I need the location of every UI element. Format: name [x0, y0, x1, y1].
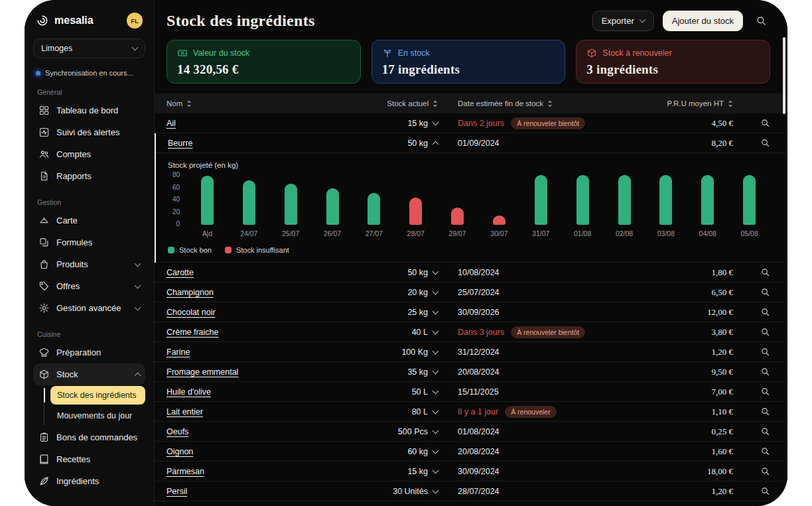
search-icon[interactable]: [752, 11, 770, 30]
sidebar-item-ingredients[interactable]: Ingrédients: [33, 470, 145, 492]
column-header-stock-actuel[interactable]: Stock actuel: [338, 99, 438, 107]
add-stock-button[interactable]: Ajouter du stock: [663, 11, 743, 31]
table-row-ail[interactable]: Ail 15 kg Dans 2 joursÀ renouveler bient…: [155, 113, 787, 133]
row-search-icon[interactable]: [733, 426, 770, 436]
row-search-icon[interactable]: [733, 118, 770, 128]
column-header-nom[interactable]: Nom: [167, 99, 338, 107]
stock-cell[interactable]: 30 Unités: [338, 487, 438, 496]
table-row-beurre[interactable]: Beurre 50 kg 01/09/2024 8,20 €: [156, 133, 787, 153]
table-row-farine[interactable]: Farine 100 Kg 31/12/2024 1,20 €: [155, 342, 787, 362]
stock-cell[interactable]: 15 kg: [338, 119, 438, 128]
ingredient-name-link[interactable]: Champignon: [167, 288, 214, 297]
table-row-parmesan[interactable]: Parmesan 15 kg 30/09/2024 18,00 €: [155, 462, 787, 481]
renew-badge: À renouveler bientôt: [511, 326, 585, 338]
ingredient-name-link[interactable]: Chocolat noir: [167, 308, 216, 317]
user-avatar[interactable]: FL: [127, 13, 143, 29]
ingredient-name-link[interactable]: Beurre: [168, 139, 193, 148]
column-header-pru[interactable]: P.R.U moyen HT: [647, 99, 733, 107]
row-search-icon[interactable]: [733, 307, 770, 317]
stock-cell[interactable]: 15 kg: [338, 467, 438, 476]
row-search-icon[interactable]: [733, 407, 770, 416]
scrollbar-thumb[interactable]: [783, 37, 785, 114]
ingredient-name-link[interactable]: Crème fraiche: [167, 328, 219, 337]
sidebar-item-recettes[interactable]: Recettes: [33, 448, 145, 470]
table-row-chocolat-noir[interactable]: Chocolat noir 25 kg 30/09/2026 12,00 €: [155, 302, 787, 322]
row-search-icon[interactable]: [733, 327, 770, 337]
stock-cell[interactable]: 20 kg: [338, 288, 438, 297]
sidebar-item-tableau-de-bord[interactable]: Tableau de bord: [33, 99, 145, 121]
chart-y-axis: 020406080: [168, 174, 186, 225]
table-row-carotte[interactable]: Carotte 50 kg 10/08/2024 1,80 €: [155, 263, 787, 283]
column-header-date-fin-stock[interactable]: Date estimée fin de stock: [438, 99, 647, 107]
stock-cell[interactable]: 60 kg: [338, 447, 438, 456]
stat-card-to-renew: Stock à renouveler 3 ingrédients: [576, 40, 770, 84]
x-tick-label: 27/07: [353, 229, 395, 237]
location-selector[interactable]: Limoges: [33, 38, 145, 58]
stock-cell[interactable]: 25 kg: [338, 308, 438, 317]
submenu-item-stock-des-ingredients[interactable]: Stock des ingrédients: [50, 386, 145, 405]
ingredient-name-link[interactable]: Lait entier: [167, 407, 203, 416]
sidebar-item-bons-de-commandes[interactable]: Bons de commandes: [33, 426, 145, 448]
row-search-icon[interactable]: [733, 347, 770, 357]
bar-05/08: [743, 175, 756, 225]
table-row-oignon[interactable]: Oignon 60 kg 20/08/2024 1,60 €: [155, 442, 787, 462]
row-search-icon[interactable]: [733, 486, 770, 496]
ingredient-name-link[interactable]: Huile d'olive: [167, 387, 211, 397]
sidebar-item-gestion-avancee[interactable]: Gestion avancée: [33, 297, 145, 319]
sidebar-item-produits[interactable]: Produits: [33, 253, 145, 275]
sidebar-item-preparation[interactable]: Préparation: [33, 342, 145, 363]
stock-cell[interactable]: 50 L: [338, 387, 438, 397]
ingredient-name-link[interactable]: Farine: [167, 348, 190, 357]
sidebar-item-formules[interactable]: Formules: [33, 231, 145, 253]
table-row-persil[interactable]: Persil 30 Unités 28/07/2024 1,20 €: [155, 481, 787, 501]
date-text: 10/08/2024: [458, 268, 500, 277]
ingredient-name-link[interactable]: Persil: [167, 487, 187, 496]
stock-cell[interactable]: 50 kg: [338, 268, 438, 277]
stock-cell[interactable]: 100 Kg: [338, 348, 438, 357]
ingredient-name-link[interactable]: Fromage emmental: [167, 367, 238, 377]
submenu-item-mouvements-du-jour[interactable]: Mouvements du jour: [50, 407, 145, 425]
stock-cell[interactable]: 80 L: [338, 407, 438, 416]
stock-value: 80 L: [412, 407, 428, 416]
sidebar-item-offres[interactable]: Offres: [33, 275, 145, 297]
ingredient-name-link[interactable]: Oeufs: [167, 427, 188, 436]
row-search-icon[interactable]: [733, 267, 770, 277]
bar-column: [353, 193, 395, 225]
sidebar-item-stock[interactable]: Stock: [33, 363, 145, 385]
bar-31/07: [535, 175, 547, 225]
row-search-icon[interactable]: [733, 287, 770, 297]
y-tick-label: 20: [172, 208, 180, 216]
sidebar-item-suivi-des-alertes[interactable]: Suivi des alertes: [33, 121, 145, 143]
table-row-fromage-emmental[interactable]: Fromage emmental 35 kg 20/08/2024 9,50 €: [155, 362, 787, 382]
table-row-huile-d-olive[interactable]: Huile d'olive 50 L 15/11/2025 7,00 €: [155, 382, 787, 402]
row-search-icon[interactable]: [733, 367, 770, 377]
stock-cell[interactable]: 40 L: [338, 328, 438, 337]
ingredient-name-link[interactable]: Parmesan: [167, 467, 204, 476]
row-search-icon[interactable]: [733, 466, 770, 476]
sidebar-item-comptes[interactable]: Comptes: [33, 143, 145, 165]
export-button[interactable]: Exporter: [592, 11, 654, 31]
row-search-icon[interactable]: [733, 138, 770, 148]
dashboard-icon: [38, 105, 50, 116]
sidebar-item-rapports[interactable]: Rapports: [33, 165, 145, 187]
ingredient-name-link[interactable]: Carotte: [167, 268, 194, 277]
date-cell: Dans 3 joursÀ renouveler bientôt: [438, 326, 647, 338]
table-row-creme-fraiche[interactable]: Crème fraiche 40 L Dans 3 joursÀ renouve…: [155, 322, 787, 342]
table-row-oeufs[interactable]: Oeufs 500 Pcs 01/08/2024 0,25 €: [155, 422, 787, 442]
ingredient-name-link[interactable]: Ail: [167, 119, 176, 128]
sidebar-item-carte[interactable]: Carte: [33, 210, 145, 231]
stock-cell[interactable]: 50 kg: [338, 139, 438, 148]
bar-24/07: [243, 180, 255, 225]
ingredient-name-link[interactable]: Oignon: [167, 447, 193, 456]
row-search-icon[interactable]: [733, 387, 770, 397]
row-search-icon[interactable]: [733, 446, 770, 456]
table-row-champignon[interactable]: Champignon 20 kg 25/07/2024 6,50 €: [155, 283, 787, 302]
table-row-lait-entier[interactable]: Lait entier 80 L Il y a 1 jourÀ renouvel…: [155, 402, 787, 422]
x-tick-label: 26/07: [312, 229, 354, 237]
stock-value: 40 L: [412, 328, 428, 337]
price-cell: 1,20 €: [647, 347, 733, 357]
date-cell: 28/07/2024: [438, 487, 647, 496]
stock-cell[interactable]: 500 Pcs: [338, 427, 438, 436]
stock-cell[interactable]: 35 kg: [338, 367, 438, 377]
chevron-down-icon: [135, 260, 141, 267]
